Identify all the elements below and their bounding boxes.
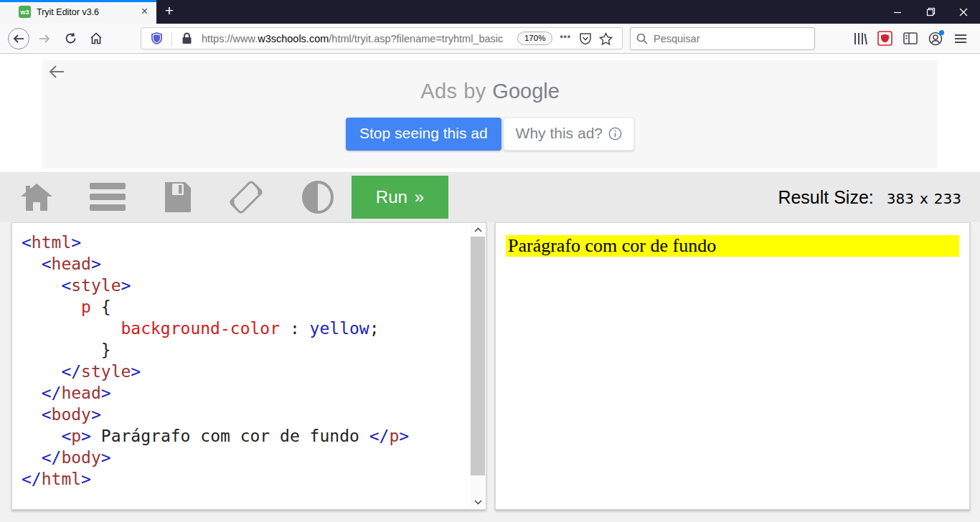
tab-bar: w3 Tryit Editor v3.6 × +	[0, 0, 980, 24]
code-editor-content[interactable]: <html> <head> <style> p { background-col…	[12, 223, 486, 490]
active-tab-accent	[0, 0, 156, 2]
tryit-contrast-icon[interactable]	[301, 181, 334, 214]
result-size-readout: Result Size: 383 x 233	[778, 187, 961, 208]
tryit-menu-icon[interactable]	[89, 181, 126, 213]
lock-icon[interactable]	[182, 32, 192, 44]
tab-close-icon[interactable]: ×	[136, 5, 156, 19]
bookmark-star-icon[interactable]	[599, 32, 613, 45]
new-tab-button[interactable]: +	[156, 0, 182, 24]
result-width-value: 383	[887, 190, 914, 207]
scrollbar-thumb[interactable]	[471, 237, 485, 475]
result-paragraph: Parágrafo com cor de fundo	[506, 235, 959, 257]
run-button[interactable]: Run»	[352, 176, 448, 219]
result-pane: Parágrafo com cor de fundo	[495, 222, 970, 510]
info-icon	[608, 127, 622, 141]
search-bar[interactable]: Pesquisar	[630, 27, 815, 50]
scrollbar-down-arrow-icon[interactable]	[471, 496, 485, 508]
browser-window: w3 Tryit Editor v3.6 × +	[0, 0, 980, 522]
why-this-ad-button[interactable]: Why this ad?	[504, 118, 634, 151]
tryit-toolbar: Run» Result Size: 383 x 233	[0, 172, 980, 222]
window-close-button[interactable]	[947, 0, 980, 24]
w3schools-favicon-icon: w3	[19, 6, 31, 18]
navigation-toolbar: https://www.w3schools.com/html/tryit.asp…	[0, 24, 980, 54]
zoom-level-badge[interactable]: 170%	[517, 32, 552, 45]
google-ad-banner[interactable]: Ads by Google Stop seeing this ad Why th…	[42, 60, 938, 169]
search-icon	[636, 33, 648, 44]
page-actions-icon[interactable]: •••	[560, 32, 571, 42]
sidebar-toggle-icon[interactable]	[899, 28, 921, 49]
search-placeholder: Pesquisar	[654, 33, 699, 44]
tab-title: Tryit Editor v3.6	[37, 7, 136, 17]
account-icon[interactable]	[924, 28, 946, 49]
menu-hamburger-icon[interactable]	[949, 28, 971, 49]
urlbar-divider	[171, 32, 172, 46]
tracking-protection-shield-icon[interactable]	[151, 32, 163, 45]
ad-section: Ads by Google Stop seeing this ad Why th…	[0, 54, 980, 172]
result-height-value: 233	[934, 190, 961, 207]
tryit-save-icon[interactable]	[162, 181, 194, 214]
home-button[interactable]	[83, 27, 109, 50]
back-button[interactable]	[6, 27, 32, 50]
window-restore-button[interactable]	[914, 0, 947, 24]
reload-button[interactable]	[57, 27, 83, 50]
browser-tab[interactable]: w3 Tryit Editor v3.6 ×	[0, 0, 156, 24]
forward-button[interactable]	[32, 27, 57, 50]
url-text: https://www.w3schools.com/html/tryit.asp…	[202, 33, 512, 44]
code-editor-pane[interactable]: <html> <head> <style> p { background-col…	[11, 222, 486, 510]
window-minimize-button[interactable]	[881, 0, 914, 24]
ads-by-google-heading: Ads by Google	[42, 80, 938, 103]
ad-feedback-buttons: Stop seeing this ad Why this ad?	[42, 118, 938, 151]
editor-result-panes: <html> <head> <style> p { background-col…	[0, 222, 980, 522]
scrollbar-up-arrow-icon[interactable]	[471, 224, 485, 236]
adblock-extension-icon[interactable]	[874, 28, 896, 49]
code-editor-scrollbar[interactable]	[471, 224, 485, 508]
account-notification-dot	[939, 30, 944, 35]
ad-back-arrow-icon[interactable]	[48, 64, 65, 80]
library-icon[interactable]	[849, 28, 871, 49]
tryit-home-icon[interactable]	[19, 183, 55, 212]
tryit-rotate-screen-icon[interactable]	[227, 178, 265, 217]
address-bar[interactable]: https://www.w3schools.com/html/tryit.asp…	[141, 27, 623, 49]
toolbar-right-icons	[849, 28, 974, 49]
pocket-icon[interactable]	[579, 32, 592, 45]
stop-seeing-ad-button[interactable]: Stop seeing this ad	[346, 118, 501, 151]
result-size-label: Result Size:	[778, 187, 873, 208]
run-chevron: »	[415, 187, 424, 207]
window-controls	[881, 0, 980, 24]
